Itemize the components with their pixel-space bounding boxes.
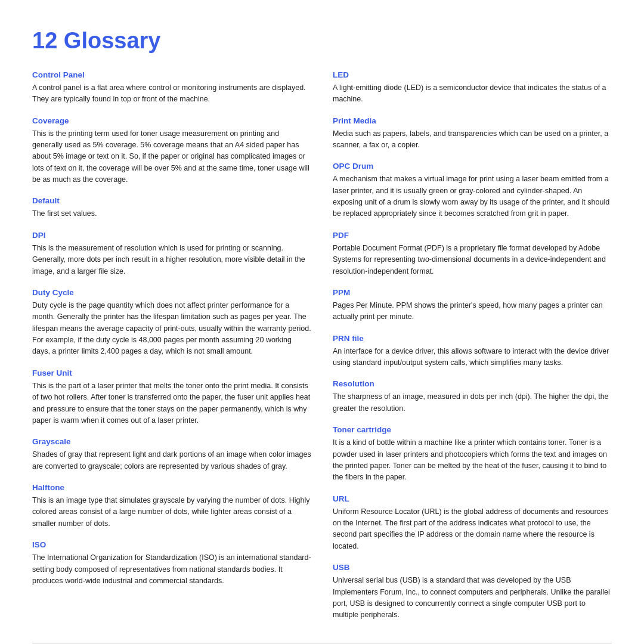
term-block: URLUniform Resource Locator (URL) is the… [333,494,612,553]
content-columns: Control PanelA control panel is a flat a… [32,70,612,632]
term-title: ISO [32,540,311,549]
term-block: OPC DrumA mechanism that makes a virtual… [333,162,612,220]
term-block: LEDA light-emitting diode (LED) is a sem… [333,70,612,106]
term-block: PDFPortable Document Format (PDF) is a p… [333,231,612,277]
term-block: Control PanelA control panel is a flat a… [32,70,311,106]
term-desc: This is an image type that simulates gra… [32,495,311,530]
term-desc: Uniform Resource Locator (URL) is the gl… [333,506,612,553]
left-column: Control PanelA control panel is a flat a… [32,70,311,632]
term-block: Toner cartridgeIt is a kind of bottle wi… [333,425,612,484]
term-title: Duty Cycle [32,288,311,297]
term-desc: The first set values. [32,208,311,219]
term-desc: Portable Document Format (PDF) is a prop… [333,243,612,277]
term-title: LED [333,70,612,79]
term-block: Duty CycleDuty cycle is the page quantit… [32,288,311,358]
term-block: HalftoneThis is an image type that simul… [32,483,311,530]
term-block: PPMPages Per Minute. PPM shows the print… [333,288,612,323]
term-block: ResolutionThe sharpness of an image, mea… [333,379,612,414]
chapter-number: 12 [32,28,57,53]
term-title: Print Media [333,116,612,125]
term-block: Print MediaMedia such as papers, labels,… [333,116,612,151]
term-title: PDF [333,231,612,240]
term-title: Toner cartridge [333,425,612,434]
term-title: Control Panel [32,70,311,79]
term-title: Resolution [333,379,612,388]
term-desc: A light-emitting diode (LED) is a semico… [333,82,612,106]
term-desc: It is a kind of bottle within a machine … [333,437,612,484]
term-title: PRN file [333,334,612,343]
term-block: GrayscaleShades of gray that represent l… [32,437,311,472]
term-block: USBUniversal serial bus (USB) is a stand… [333,563,612,621]
term-title: OPC Drum [333,162,612,171]
term-block: PRN fileAn interface for a device driver… [333,334,612,369]
term-title: USB [333,563,612,572]
term-title: Default [32,196,311,205]
term-block: ISOThe International Organization for St… [32,540,311,587]
term-desc: Duty cycle is the page quantity which do… [32,300,311,358]
term-desc: An interface for a device driver, this a… [333,346,612,369]
term-title: DPI [32,231,311,240]
term-title: Grayscale [32,437,311,446]
term-desc: This is the part of a laser printer that… [32,380,311,427]
term-desc: The sharpness of an image, measured in d… [333,391,612,414]
term-block: DPIThis is the measurement of resolution… [32,231,311,277]
term-title: URL [333,494,612,503]
term-block: DefaultThe first set values. [32,196,311,219]
right-column: LEDA light-emitting diode (LED) is a sem… [333,70,612,632]
term-desc: Media such as papers, labels, and transp… [333,128,612,151]
term-desc: The International Organization for Stand… [32,552,311,587]
term-title: Coverage [32,116,311,125]
page-title: 12 Glossary [32,29,612,54]
term-title: Fuser Unit [32,369,311,377]
term-desc: Shades of gray that represent light and … [32,449,311,472]
term-title: Halftone [32,483,311,492]
term-desc: A control panel is a flat area where con… [32,82,311,106]
glossary-label: Glossary [64,28,161,53]
term-desc: Pages Per Minute. PPM shows the printer'… [333,300,612,323]
term-block: Fuser UnitThis is the part of a laser pr… [32,369,311,427]
term-block: CoverageThis is the printing term used f… [32,116,311,186]
term-title: PPM [333,288,612,297]
term-desc: A mechanism that makes a virtual image f… [333,174,612,220]
term-desc: Universal serial bus (USB) is a standard… [333,575,612,621]
term-desc: This is the printing term used for toner… [32,128,311,186]
term-desc: This is the measurement of resolution wh… [32,243,311,277]
page: 12 Glossary Control PanelA control panel… [0,0,644,644]
